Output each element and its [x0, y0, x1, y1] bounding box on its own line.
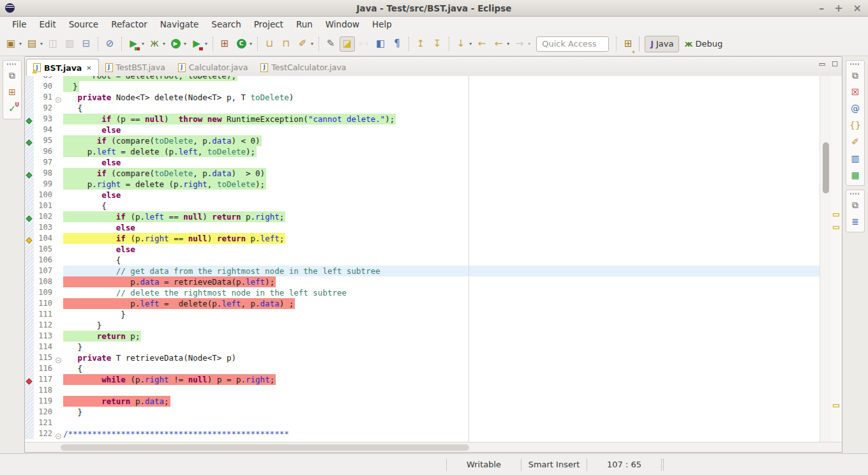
horizontal-scrollbar-thumb[interactable]	[61, 444, 469, 451]
problems-view-button[interactable]: ☒	[846, 84, 864, 100]
code-text[interactable]: if (p.left == null) return p.right;	[63, 211, 819, 222]
coverage-view-button[interactable]: ▦	[846, 167, 864, 183]
new-java-class-dropdown[interactable]: ▾	[250, 41, 252, 47]
code-text[interactable]: }	[63, 81, 819, 92]
code-text[interactable]: {	[63, 200, 819, 211]
javadoc-view-button[interactable]: @	[846, 100, 864, 117]
search-view-button[interactable]: ✐	[846, 133, 864, 150]
code-text[interactable]	[63, 385, 819, 396]
junit-view-button[interactable]: ✓U	[3, 100, 21, 117]
code-text[interactable]: }	[63, 320, 819, 331]
coverage-green-marker-icon[interactable]	[26, 140, 33, 146]
skip-all-breakpoints-button[interactable]: ⊘	[102, 36, 117, 52]
go-to-last-edit-button[interactable]: ↓	[453, 36, 468, 52]
annotation-ruler-cell[interactable]	[25, 418, 34, 428]
tab-bst-java[interactable]: JBST.java✕	[26, 59, 99, 76]
code-text[interactable]: if (compare(toDelete, p.data) > 0)	[63, 168, 819, 179]
annotation-ruler-cell[interactable]	[25, 124, 34, 135]
annotation-ruler-cell[interactable]	[25, 396, 34, 407]
menu-navigate[interactable]: Navigate	[154, 18, 206, 31]
annotation-ruler-cell[interactable]	[25, 76, 34, 81]
annotation-ruler-cell[interactable]	[25, 385, 34, 396]
stack-drag-handle[interactable]	[850, 63, 860, 65]
annotation-ruler-cell[interactable]	[25, 320, 34, 331]
code-text[interactable]: }	[63, 309, 819, 320]
debug-button[interactable]: ж	[147, 36, 162, 52]
tab-testbst-java[interactable]: JTestBST.java	[99, 59, 172, 76]
search-button[interactable]: ✐	[295, 36, 310, 52]
annotation-ruler-cell[interactable]	[25, 200, 34, 211]
code-text[interactable]: else	[63, 124, 819, 135]
next-annotation-button[interactable]: ↧	[430, 36, 445, 52]
open-perspective-button[interactable]: ⊞+	[620, 36, 636, 52]
annotation-ruler-cell[interactable]	[25, 331, 34, 342]
new-java-project-button[interactable]: ⊞	[217, 36, 232, 52]
code-text[interactable]: else	[63, 157, 819, 168]
code-text[interactable]: return p;	[63, 331, 819, 342]
annotation-ruler-cell[interactable]	[25, 342, 34, 352]
code-text[interactable]: // delete the rightmost node in the left…	[63, 287, 819, 298]
horizontal-scrollbar[interactable]	[25, 442, 842, 452]
annotation-ruler-cell[interactable]	[25, 266, 34, 276]
annotation-ruler-cell[interactable]	[25, 352, 34, 363]
menu-refactor[interactable]: Refactor	[105, 18, 154, 31]
code-text[interactable]: p.left = delete (p.left, toDelete);	[63, 146, 819, 157]
annotation-ruler-cell[interactable]	[25, 92, 34, 103]
show-source-of-selected-element-button[interactable]: ◧	[373, 36, 388, 52]
code-text[interactable]: {	[63, 255, 819, 266]
run-button[interactable]: ▶	[168, 36, 183, 52]
declaration-view-button[interactable]: {}	[846, 117, 864, 133]
close-window-button[interactable]: ×	[853, 0, 862, 17]
annotation-ruler-cell[interactable]	[25, 287, 34, 298]
annotation-ruler-cell[interactable]	[25, 157, 34, 168]
coverage-green-marker-icon[interactable]	[26, 172, 33, 179]
open-type-button[interactable]: ⊔	[262, 36, 277, 52]
annotation-ruler-cell[interactable]	[25, 407, 34, 418]
go-to-last-edit-dropdown[interactable]: ▾	[469, 41, 472, 47]
console-view-button[interactable]: ▥	[846, 150, 864, 167]
coverage-yellow-marker-icon[interactable]	[26, 238, 33, 244]
new-menu-dropdown[interactable]: ▾	[40, 41, 43, 47]
outline-view-button[interactable]: ≣	[846, 213, 864, 230]
code-text[interactable]: return p.data;	[63, 396, 819, 407]
quick-access-input[interactable]	[536, 36, 609, 52]
menu-window[interactable]: Window	[319, 18, 366, 31]
code-text[interactable]	[63, 418, 819, 428]
back-history-button[interactable]: ←	[491, 36, 506, 52]
search-dropdown[interactable]: ▾	[311, 41, 313, 47]
restore-right-stack-button[interactable]: ⧉	[846, 67, 864, 84]
menu-project[interactable]: Project	[248, 18, 290, 31]
code-text[interactable]: p.data = retrieveData(p.left);	[63, 276, 819, 287]
minimize-editor-button[interactable]: ▭	[819, 61, 825, 68]
run-external-tools-dropdown[interactable]: ▾	[205, 41, 207, 47]
close-tab-icon[interactable]: ✕	[86, 64, 91, 72]
annotation-ruler-cell[interactable]	[25, 233, 34, 244]
coverage-green-marker-icon[interactable]	[26, 118, 33, 124]
collapse-icon[interactable]: –	[56, 97, 61, 103]
menu-edit[interactable]: Edit	[33, 18, 63, 31]
collapse-icon[interactable]: –	[56, 358, 61, 363]
code-text[interactable]: if (p == null) throw new RuntimeExceptio…	[63, 114, 819, 124]
code-text[interactable]: root = delete(root, toDelete);	[63, 76, 819, 81]
code-editor[interactable]: 89 root = delete(root, toDelete);90 }91–…	[25, 76, 842, 443]
code-text[interactable]: else	[63, 222, 819, 233]
toggle-mark-occurrences-button[interactable]: ◪	[340, 36, 355, 52]
collapse-icon[interactable]: –	[56, 434, 61, 439]
overview-annotation-mark[interactable]	[833, 226, 839, 229]
code-text[interactable]: p.right = delete (p.right, toDelete);	[63, 179, 819, 190]
code-text[interactable]: else	[63, 190, 819, 200]
code-text[interactable]: private Node<T> delete(Node<T> p, T toDe…	[63, 92, 819, 103]
new-wizard-button[interactable]: ▣	[3, 36, 19, 52]
annotation-ruler-cell[interactable]	[25, 244, 34, 255]
maximize-window-button[interactable]: +	[834, 0, 842, 17]
stack-drag-handle[interactable]	[7, 63, 17, 65]
annotation-ruler-cell[interactable]	[25, 255, 34, 266]
annotation-ruler-cell[interactable]	[25, 114, 34, 124]
vertical-scrollbar-thumb[interactable]	[823, 142, 829, 193]
code-text[interactable]: else	[63, 244, 819, 255]
package-explorer-view-button[interactable]: ⊞	[3, 84, 21, 100]
debug-dropdown[interactable]: ▾	[163, 41, 165, 47]
vertical-scrollbar[interactable]	[819, 76, 831, 443]
code-text[interactable]: {	[63, 363, 819, 374]
overview-annotation-mark[interactable]	[833, 404, 839, 407]
